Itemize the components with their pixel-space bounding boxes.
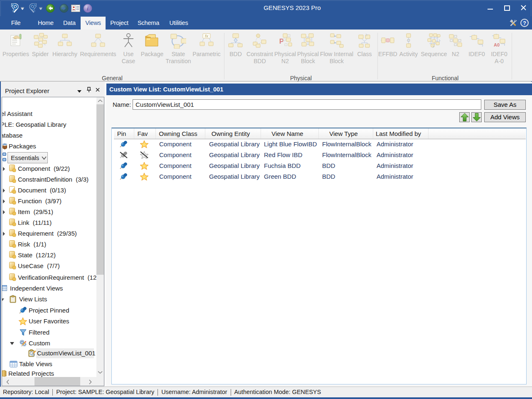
svg-text:A0: A0 [494, 42, 500, 47]
svg-text:i: i [87, 5, 89, 12]
svg-text:fx: fx [205, 34, 209, 38]
svg-text:?: ? [523, 20, 526, 26]
